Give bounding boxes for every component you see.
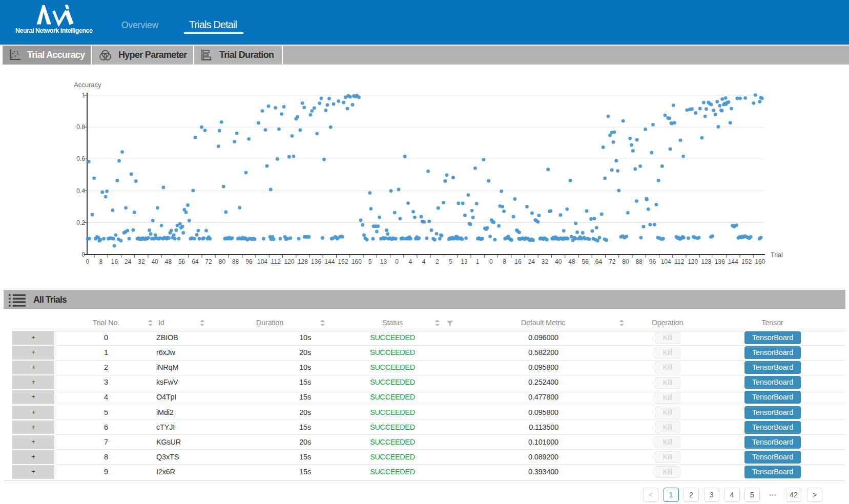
svg-text:128: 128: [701, 258, 711, 265]
svg-text:72: 72: [205, 258, 212, 265]
svg-text:Accuracy: Accuracy: [74, 81, 101, 89]
svg-text:0.2: 0.2: [76, 219, 85, 226]
svg-text:80: 80: [219, 258, 226, 265]
svg-text:16: 16: [514, 258, 522, 265]
svg-text:40: 40: [151, 258, 158, 265]
svg-text:120: 120: [688, 258, 698, 265]
svg-text:112: 112: [674, 258, 684, 265]
svg-text:32: 32: [138, 258, 145, 265]
svg-text:40: 40: [555, 258, 562, 265]
svg-text:13: 13: [461, 258, 468, 265]
svg-text:0: 0: [395, 258, 399, 265]
svg-text:64: 64: [595, 258, 603, 265]
svg-text:24: 24: [528, 258, 535, 265]
svg-text:152: 152: [338, 258, 348, 265]
svg-text:88: 88: [232, 258, 239, 265]
svg-text:120: 120: [284, 258, 295, 265]
svg-text:104: 104: [661, 258, 671, 265]
svg-text:56: 56: [178, 258, 185, 265]
svg-text:144: 144: [324, 258, 335, 265]
svg-text:80: 80: [622, 258, 629, 265]
svg-text:0: 0: [81, 251, 85, 258]
svg-text:2: 2: [436, 258, 439, 265]
svg-text:64: 64: [192, 258, 199, 265]
svg-text:48: 48: [568, 258, 575, 265]
svg-text:Trial: Trial: [771, 251, 783, 259]
svg-text:48: 48: [165, 258, 172, 265]
svg-text:8: 8: [99, 258, 103, 265]
svg-text:13: 13: [380, 258, 387, 265]
svg-text:0: 0: [86, 258, 90, 265]
svg-text:1: 1: [81, 92, 85, 99]
svg-text:96: 96: [649, 258, 656, 265]
svg-text:128: 128: [298, 258, 308, 265]
svg-text:72: 72: [609, 258, 616, 265]
svg-text:56: 56: [582, 258, 589, 265]
svg-text:4: 4: [422, 258, 426, 265]
svg-text:112: 112: [271, 258, 281, 265]
svg-text:136: 136: [311, 258, 321, 265]
svg-text:0: 0: [489, 258, 493, 265]
svg-text:0.4: 0.4: [76, 187, 85, 195]
svg-text:0.6: 0.6: [76, 155, 85, 162]
svg-text:144: 144: [728, 258, 738, 265]
svg-text:160: 160: [755, 258, 765, 265]
svg-text:4: 4: [409, 258, 412, 265]
svg-text:1: 1: [476, 258, 480, 265]
svg-text:32: 32: [542, 258, 549, 265]
svg-text:88: 88: [636, 258, 643, 265]
svg-text:8: 8: [503, 258, 506, 265]
svg-text:136: 136: [715, 258, 725, 265]
svg-text:152: 152: [741, 258, 752, 265]
svg-text:24: 24: [125, 258, 132, 265]
svg-text:5: 5: [449, 258, 452, 265]
svg-text:0.8: 0.8: [76, 123, 85, 131]
svg-text:96: 96: [245, 258, 253, 265]
svg-text:160: 160: [351, 258, 362, 265]
svg-text:104: 104: [257, 258, 267, 265]
svg-text:5: 5: [368, 258, 372, 265]
svg-text:16: 16: [111, 258, 118, 265]
